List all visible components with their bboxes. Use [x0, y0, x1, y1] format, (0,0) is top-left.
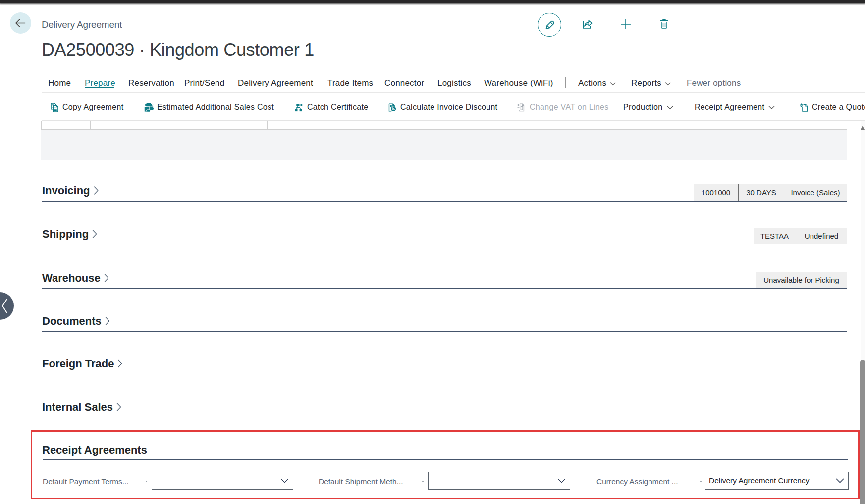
scrollbar-up-arrow[interactable]: [861, 126, 865, 130]
chevron-down-icon: [610, 82, 616, 86]
edit-button[interactable]: [538, 13, 561, 37]
vertical-scrollbar-thumb[interactable]: [860, 360, 865, 504]
delete-button[interactable]: [658, 17, 670, 32]
section-receipt-agreements: Receipt Agreements: [42, 443, 147, 457]
document-sparkle-icon: [799, 103, 809, 112]
tab-print-send[interactable]: Print/Send: [184, 78, 224, 89]
document-percent-icon: [387, 103, 397, 112]
tag: Invoice (Sales): [784, 184, 847, 201]
tab-home[interactable]: Home: [48, 78, 71, 89]
grid-column-border: [328, 121, 328, 130]
section-divider: [42, 288, 847, 289]
section-foreign-trade[interactable]: Foreign Trade: [42, 357, 122, 371]
action-catch-certificate[interactable]: Catch Certificate: [294, 102, 368, 113]
combobox-value: Delivery Agreement Currency: [705, 476, 836, 485]
section-title: Invoicing: [42, 184, 90, 197]
chevron-down-icon: [768, 105, 775, 110]
tag: Undefined: [796, 228, 847, 244]
section-shipping[interactable]: Shipping: [42, 227, 97, 241]
section-internal-sales[interactable]: Internal Sales: [42, 401, 121, 414]
action-label: Create a Quote: [812, 103, 865, 112]
plus-icon: [619, 18, 632, 31]
action-production[interactable]: Production: [623, 102, 673, 113]
action-label: Change VAT on Lines: [530, 103, 609, 112]
tab-connector[interactable]: Connector: [384, 78, 424, 89]
chevron-down: [768, 103, 775, 112]
grid-column-border: [90, 121, 91, 130]
chevron-down-icon: [667, 105, 673, 110]
default-payment-terms-combobox[interactable]: [152, 472, 293, 490]
label-currency-assignment: Currency Assignment ...: [596, 477, 678, 486]
action-receipt-agreement[interactable]: Receipt Agreement: [695, 102, 775, 113]
chevron-right-icon: [105, 317, 110, 325]
chevron-left-icon: [1, 297, 8, 315]
tag: 30 DAYS: [738, 184, 784, 201]
chevron-down: [280, 476, 289, 485]
tag: TESTAA: [754, 228, 796, 244]
chevron-right: [92, 228, 97, 241]
field-dot: [422, 481, 424, 482]
chevron-down-icon: [665, 82, 671, 86]
field-dot: [700, 481, 702, 482]
section-title: Documents: [42, 315, 102, 328]
section-documents[interactable]: Documents: [42, 314, 110, 328]
currency-assignment-combobox[interactable]: Delivery Agreement Currency: [705, 472, 849, 490]
page-caption: Delivery Agreement: [42, 19, 122, 30]
grid-footer-area: [41, 130, 847, 160]
back-button[interactable]: [10, 12, 31, 34]
chevron-down-icon: [280, 478, 289, 483]
action-estimated-additional-sales-cost[interactable]: Estimated Additional Sales Cost: [144, 102, 274, 113]
grid-row[interactable]: [41, 121, 847, 130]
tag: Unavailable for Picking: [756, 272, 847, 288]
label-default-payment-terms: Default Payment Terms...: [43, 477, 129, 486]
chevron-down-icon: [557, 478, 566, 483]
copy-document-icon: [50, 103, 59, 112]
tab-separator: [565, 77, 566, 88]
menu-label: Reports: [631, 78, 661, 88]
action-label: Receipt Agreement: [695, 103, 764, 112]
menu-actions[interactable]: Actions: [578, 78, 616, 89]
action-copy-agreement[interactable]: Copy Agreement: [50, 102, 123, 113]
tab-logistics[interactable]: Logistics: [437, 78, 471, 89]
page-title: DA2500039 · Kingdom Customer 1: [42, 40, 314, 60]
section-title: Shipping: [42, 228, 89, 241]
chevron-right-icon: [116, 403, 121, 411]
tab-reservation[interactable]: Reservation: [128, 78, 174, 89]
section-title: Warehouse: [42, 272, 101, 285]
edit-pencil-icon: [542, 18, 556, 32]
collapse-panel-button[interactable]: [0, 292, 14, 320]
field-dot: [146, 481, 147, 482]
tabs-divider: [42, 92, 865, 93]
tab-warehouse-wifi[interactable]: Warehouse (WiFi): [484, 78, 553, 89]
section-warehouse[interactable]: Warehouse: [42, 271, 109, 285]
share-button[interactable]: [581, 17, 594, 32]
chevron-right-icon: [92, 230, 97, 238]
action-create-a-quote[interactable]: Create a Quote: [799, 102, 865, 113]
menu-reports[interactable]: Reports: [631, 78, 671, 89]
warehouse-tags: Unavailable for Picking: [756, 272, 847, 288]
section-invoicing[interactable]: Invoicing: [42, 184, 99, 198]
chevron-down: [610, 78, 616, 88]
new-button[interactable]: [619, 18, 632, 33]
active-tab-underline: [85, 87, 114, 88]
chevron-right: [117, 358, 122, 371]
section-divider: [42, 331, 847, 332]
flow-boxes-icon: [294, 103, 304, 112]
default-shipment-method-combobox[interactable]: [428, 472, 570, 490]
chevron-down: [836, 476, 844, 485]
section-divider: [43, 459, 848, 460]
trash-icon: [658, 17, 670, 30]
tab-delivery-agreement[interactable]: Delivery Agreement: [238, 78, 313, 89]
chevron-right: [94, 185, 99, 198]
action-calculate-invoice-discount[interactable]: Calculate Invoice Discount: [387, 102, 497, 113]
menu-fewer-options[interactable]: Fewer options: [687, 78, 741, 89]
section-divider: [42, 418, 847, 418]
action-label: Production: [623, 103, 663, 112]
chevron-down: [665, 78, 671, 88]
action-change-vat-on-lines: Change VAT on Lines: [517, 102, 609, 113]
section-title: Foreign Trade: [42, 357, 114, 370]
chevron-down-icon: [836, 478, 844, 483]
action-label: Catch Certificate: [307, 103, 368, 112]
section-divider: [42, 245, 847, 245]
tab-trade-items[interactable]: Trade Items: [327, 78, 373, 89]
